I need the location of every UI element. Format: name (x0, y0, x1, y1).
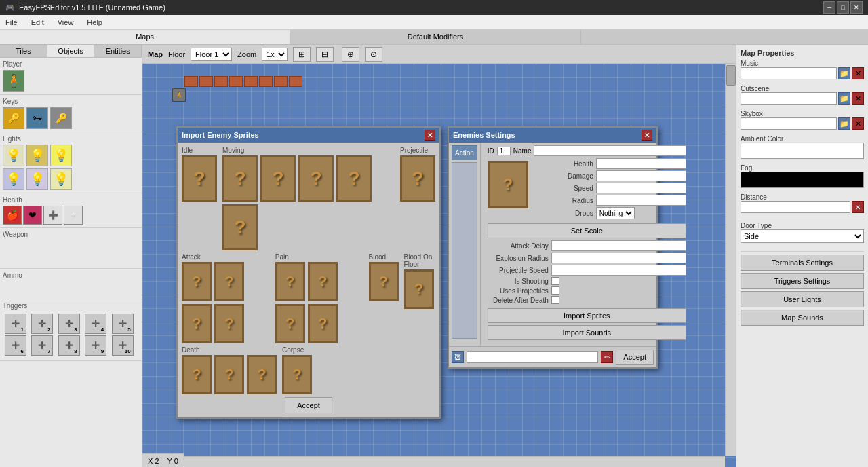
enemies-list-selected[interactable]: Action (452, 145, 477, 160)
death-sprite-3[interactable] (247, 355, 277, 394)
damage-input[interactable] (596, 170, 686, 181)
light-dim[interactable]: 💡 (26, 145, 48, 166)
pain-sprite-1[interactable] (275, 262, 305, 301)
enemy-footer-icon-edit[interactable]: ✏ (601, 351, 613, 363)
health-kit[interactable]: ➕ (43, 206, 62, 225)
moving-sprite-1[interactable] (222, 155, 258, 202)
attack-sprite-2[interactable] (214, 262, 244, 301)
moving-sprite-2[interactable] (260, 155, 296, 202)
idle-sprite-1[interactable] (182, 155, 217, 202)
import-sprites-button[interactable]: Import Sprites (488, 308, 686, 323)
music-input[interactable] (741, 67, 837, 79)
tab-maps[interactable]: Maps (0, 30, 290, 44)
corpse-sprite-1[interactable] (282, 355, 312, 394)
import-accept-button[interactable]: Accept (285, 397, 332, 413)
minimize-button[interactable]: ─ (823, 1, 835, 14)
health-plus[interactable]: 🩹 (64, 206, 83, 225)
enemies-list-area[interactable] (452, 162, 477, 339)
menu-view[interactable]: View (55, 17, 77, 28)
enemies-settings-titlebar[interactable]: Enemies Settings ✕ (449, 128, 656, 143)
key-yellow[interactable]: 🔑 (3, 107, 24, 129)
health-input[interactable] (596, 158, 686, 169)
light-variant1[interactable]: 💡 (3, 168, 24, 190)
attack-delay-input[interactable] (551, 240, 686, 251)
cutscene-clear-button[interactable]: ✕ (852, 92, 864, 105)
attack-sprite-3[interactable] (182, 304, 212, 343)
trigger-6[interactable]: ✛6 (5, 335, 26, 356)
delete-after-death-checkbox[interactable] (551, 296, 559, 304)
map-scrollbar-h[interactable] (142, 456, 725, 467)
menu-file[interactable]: File (3, 17, 20, 28)
enemies-accept-button[interactable]: Accept (616, 350, 654, 365)
trigger-3[interactable]: ✛3 (58, 314, 80, 334)
music-browse-button[interactable]: 📁 (838, 67, 850, 79)
map-tool-btn4[interactable]: ⊙ (365, 47, 382, 62)
fog-color-box[interactable] (741, 172, 864, 188)
death-sprite-1[interactable] (182, 355, 212, 394)
import-sprites-close[interactable]: ✕ (425, 130, 435, 141)
explosion-radius-input[interactable] (551, 253, 686, 263)
door-type-select[interactable]: Side Up Down (741, 229, 864, 243)
maximize-button[interactable]: □ (837, 1, 849, 14)
moving-sprite-3[interactable] (298, 155, 334, 202)
trigger-5[interactable]: ✛5 (112, 314, 134, 334)
enemy-footer-icon1[interactable]: 🖼 (452, 351, 464, 363)
floor-select[interactable]: Floor 1 Floor 2 (191, 48, 232, 61)
trigger-10[interactable]: ✛10 (112, 335, 134, 356)
radius-input[interactable] (596, 195, 686, 206)
tab-tiles[interactable]: Tiles (0, 45, 47, 57)
speed-input[interactable] (596, 183, 686, 193)
light-off[interactable]: 💡 (3, 145, 24, 166)
distance-clear-button[interactable]: ✕ (852, 201, 864, 213)
menu-edit[interactable]: Edit (28, 17, 47, 28)
map-tool-btn2[interactable]: ⊟ (316, 47, 334, 62)
light-variant2[interactable]: 💡 (26, 168, 48, 190)
map-sounds-button[interactable]: Map Sounds (741, 310, 864, 326)
distance-input[interactable] (741, 201, 850, 213)
cutscene-input[interactable] (741, 92, 837, 105)
pain-sprite-2[interactable] (308, 262, 338, 301)
death-sprite-2[interactable] (214, 355, 244, 394)
player-icon[interactable]: 🧍 (3, 70, 24, 92)
ambient-color-box[interactable] (741, 143, 864, 159)
trigger-9[interactable]: ✛9 (85, 335, 106, 356)
skybox-input[interactable] (741, 117, 837, 130)
uses-projectiles-checkbox[interactable] (551, 286, 559, 295)
music-clear-button[interactable]: ✕ (852, 67, 864, 79)
light-variant3[interactable]: 💡 (50, 168, 72, 190)
health-heart[interactable]: ❤ (23, 206, 42, 225)
blood-sprite-1[interactable] (369, 262, 399, 301)
light-bright[interactable]: 💡 (50, 145, 72, 166)
trigger-8[interactable]: ✛8 (58, 335, 80, 356)
tab-objects[interactable]: Objects (47, 45, 95, 57)
import-sprites-titlebar[interactable]: Import Enemy Sprites ✕ (178, 128, 439, 143)
tab-default-modifiers[interactable]: Default Modifiers (290, 30, 580, 44)
name-input[interactable] (534, 145, 686, 156)
close-button[interactable]: ✕ (850, 1, 863, 14)
trigger-4[interactable]: ✛4 (85, 314, 106, 334)
moving-sprite-5[interactable] (222, 204, 258, 250)
set-scale-button[interactable]: Set Scale (488, 223, 686, 238)
drops-select[interactable]: Nothing Key1 Key2 Health (596, 207, 635, 219)
attack-sprite-1[interactable] (182, 262, 212, 301)
key-blue[interactable]: 🗝 (26, 107, 48, 129)
key-gray[interactable]: 🔑 (50, 107, 72, 129)
skybox-browse-button[interactable]: 📁 (838, 117, 850, 130)
is-shooting-checkbox[interactable] (551, 277, 559, 285)
triggers-settings-button[interactable]: Triggers Settings (741, 273, 864, 289)
moving-sprite-4[interactable] (336, 155, 372, 202)
cutscene-browse-button[interactable]: 📁 (838, 92, 850, 105)
map-tool-btn3[interactable]: ⊕ (342, 47, 359, 62)
enemy-footer-input[interactable] (467, 351, 598, 363)
health-apple[interactable]: 🍎 (3, 206, 22, 225)
user-lights-button[interactable]: User Lights (741, 291, 864, 307)
pain-sprite-4[interactable] (308, 304, 338, 343)
pain-sprite-3[interactable] (275, 304, 305, 343)
enemies-settings-close[interactable]: ✕ (642, 130, 652, 141)
projectile-sprite-1[interactable] (400, 155, 435, 202)
zoom-select[interactable]: 1x 2x 4x (262, 48, 288, 61)
blood-floor-sprite-1[interactable] (404, 269, 434, 309)
map-tool-btn1[interactable]: ⊞ (293, 47, 311, 62)
attack-sprite-4[interactable] (214, 304, 244, 343)
import-sounds-button[interactable]: Import Sounds (488, 325, 686, 340)
